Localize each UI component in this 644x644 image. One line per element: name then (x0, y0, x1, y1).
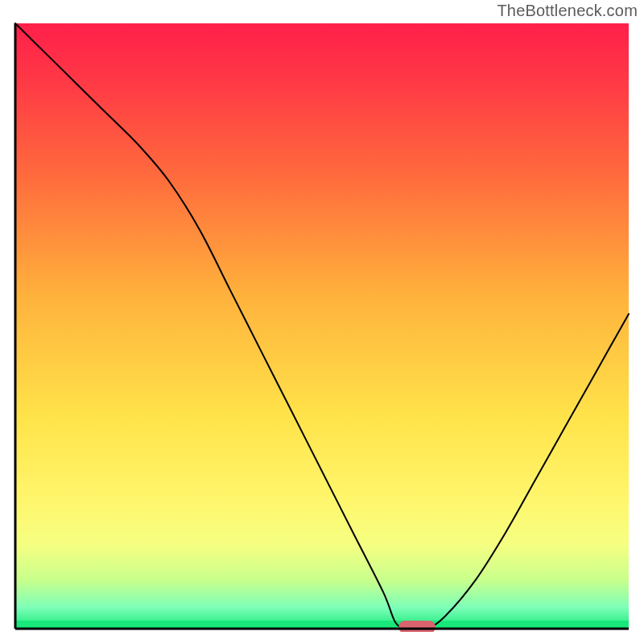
bottleneck-chart (12, 20, 632, 632)
watermark-text: TheBottleneck.com (497, 2, 638, 20)
chart-container: TheBottleneck.com (0, 0, 644, 644)
optimal-marker (398, 621, 436, 632)
chart-svg (12, 20, 632, 632)
